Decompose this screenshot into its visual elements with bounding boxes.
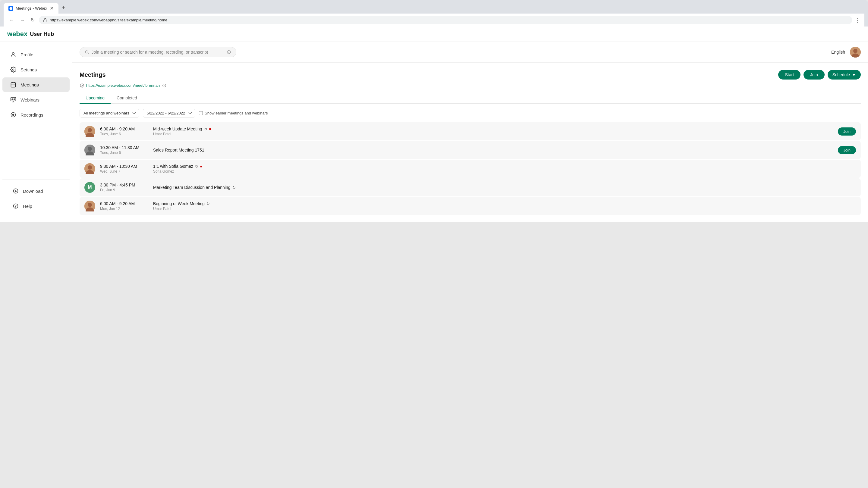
start-button[interactable]: Start	[778, 70, 801, 79]
meeting-type-filter[interactable]: All meetings and webinars	[80, 109, 139, 118]
repeat-icon: ↻	[232, 185, 236, 190]
meetings-actions: Start Join Schedule ▼	[778, 70, 861, 79]
calendar-icon	[10, 81, 17, 88]
meeting-name: Marketing Team Discussion and Planning ↻	[153, 185, 851, 190]
meeting-info: 1:1 with Sofia Gomez ↻ ■ Sofia Gomez	[153, 164, 851, 173]
lock-icon	[43, 18, 47, 22]
meeting-host: Umar Patel	[153, 207, 851, 211]
sidebar-item-settings[interactable]: Settings	[2, 62, 70, 77]
address-bar[interactable]: https://example.webex.com/webappng/sites…	[39, 16, 852, 24]
sidebar-item-webinars[interactable]: Webinars	[2, 93, 70, 107]
new-tab-button[interactable]: +	[60, 2, 68, 13]
sidebar-item-meetings[interactable]: Meetings	[2, 77, 70, 92]
meeting-info: Beginning of Week Meeting ↻ Umar Patel	[153, 201, 851, 211]
search-icon	[85, 50, 89, 55]
search-input-wrapper[interactable]	[80, 47, 236, 57]
link-info-icon[interactable]	[162, 84, 166, 88]
table-row: 10:30 AM - 11:30 AM Tues, June 6 Sales R…	[80, 141, 861, 159]
browser-menu-button[interactable]: ⋮	[855, 17, 861, 24]
main-content: English Meetings Start Join	[72, 42, 868, 222]
schedule-button-label: Schedule	[832, 72, 850, 77]
meeting-link[interactable]: https://example.webex.com/meet/ibrennan	[86, 83, 160, 88]
sidebar-label-webinars: Webinars	[21, 97, 39, 102]
tab-favicon	[8, 6, 13, 11]
svg-point-9	[12, 99, 13, 100]
sidebar-label-meetings: Meetings	[21, 82, 39, 87]
url-text: https://example.webex.com/webappng/sites…	[50, 18, 848, 22]
meeting-date: Mon, Jun 12	[100, 207, 148, 211]
forward-button[interactable]: →	[18, 16, 27, 24]
earlier-meetings-checkbox[interactable]	[199, 111, 203, 115]
table-row: M 3:30 PM - 4:45 PM Fri, Jun 9 Marketing…	[80, 178, 861, 196]
meeting-tabs: Upcoming Completed	[80, 93, 861, 104]
sidebar-item-recordings[interactable]: Recordings	[2, 107, 70, 122]
meeting-date: Tues, June 6	[100, 151, 148, 155]
meeting-join-button[interactable]: Join	[838, 146, 856, 154]
svg-point-31	[88, 147, 92, 151]
meeting-time-column: 10:30 AM - 11:30 AM Tues, June 6	[100, 145, 148, 155]
at-icon	[80, 84, 84, 88]
join-button[interactable]: Join	[804, 70, 825, 79]
meeting-name-text: Marketing Team Discussion and Planning	[153, 185, 230, 190]
svg-rect-4	[11, 83, 16, 87]
search-input[interactable]	[92, 50, 224, 55]
recording-icon: ■	[209, 127, 211, 131]
meeting-host: Umar Patel	[153, 132, 833, 136]
tab-close-button[interactable]: ✕	[50, 5, 54, 11]
webex-logo-icon: webex	[7, 30, 27, 38]
meeting-time: 6:00 AM - 9:20 AM	[100, 127, 148, 131]
sidebar-item-download[interactable]: Download	[5, 184, 67, 198]
svg-point-17	[85, 51, 88, 53]
sidebar-item-profile[interactable]: Profile	[2, 47, 70, 62]
avatar	[84, 126, 95, 137]
meetings-header: Meetings Start Join Schedule ▼	[80, 70, 861, 79]
gear-icon	[10, 66, 17, 73]
meetings-area: Meetings Start Join Schedule ▼ https://e…	[72, 63, 868, 222]
back-button[interactable]: ←	[7, 16, 16, 24]
meeting-name: Mid-week Update Meeting ↻ ■	[153, 127, 833, 131]
earlier-meetings-label: Show earlier meetings and webinars	[205, 111, 268, 116]
app-subtitle: User Hub	[30, 31, 54, 37]
avatar	[84, 144, 95, 156]
meeting-name-text: 1:1 with Sofia Gomez	[153, 164, 193, 169]
sidebar-label-profile: Profile	[21, 52, 33, 57]
meeting-link-row: https://example.webex.com/meet/ibrennan	[80, 83, 861, 88]
meeting-info: Sales Report Meeting 1751	[153, 148, 833, 153]
meeting-name-text: Mid-week Update Meeting	[153, 127, 202, 131]
svg-point-35	[88, 203, 92, 207]
svg-point-10	[14, 99, 15, 100]
svg-point-2	[12, 53, 14, 55]
header-right: English	[831, 47, 861, 58]
svg-point-0	[10, 7, 12, 10]
download-icon	[12, 187, 19, 195]
meeting-time-column: 9:30 AM - 10:30 AM Wed, June 7	[100, 164, 148, 173]
meeting-time-column: 6:00 AM - 9:20 AM Tues, June 6	[100, 127, 148, 136]
meeting-time: 3:30 PM - 4:45 PM	[100, 183, 148, 187]
tab-upcoming[interactable]: Upcoming	[80, 93, 111, 104]
sidebar-item-help[interactable]: Help	[5, 199, 67, 213]
repeat-icon: ↻	[207, 201, 210, 206]
meeting-action: Join	[838, 146, 856, 154]
sidebar-label-download: Download	[23, 189, 43, 194]
user-avatar[interactable]	[850, 47, 861, 58]
schedule-button[interactable]: Schedule ▼	[828, 70, 861, 79]
webinar-icon	[10, 96, 17, 103]
meeting-time-column: 3:30 PM - 4:45 PM Fri, Jun 9	[100, 183, 148, 192]
meeting-time-column: 6:00 AM - 9:20 AM Mon, Jun 12	[100, 201, 148, 211]
date-range-filter[interactable]: 5/22/2022 - 6/22/2022	[143, 109, 195, 118]
meeting-join-button[interactable]: Join	[838, 127, 856, 135]
language-selector[interactable]: English	[831, 50, 845, 55]
avatar-image	[850, 47, 861, 58]
sidebar-label-recordings: Recordings	[21, 112, 43, 118]
svg-point-23	[853, 49, 858, 53]
tab-completed[interactable]: Completed	[111, 93, 143, 104]
table-row: 6:00 AM - 9:20 AM Tues, June 6 Mid-week …	[80, 122, 861, 140]
browser-tab[interactable]: Meetings - Webex ✕	[4, 3, 59, 13]
meetings-title: Meetings	[80, 71, 106, 78]
earlier-meetings-checkbox-label[interactable]: Show earlier meetings and webinars	[199, 111, 268, 116]
help-icon	[12, 202, 19, 210]
info-icon[interactable]	[227, 50, 231, 55]
refresh-button[interactable]: ↻	[29, 16, 36, 24]
meeting-name-text: Beginning of Week Meeting	[153, 201, 205, 206]
table-row: 9:30 AM - 10:30 AM Wed, June 7 1:1 with …	[80, 160, 861, 178]
